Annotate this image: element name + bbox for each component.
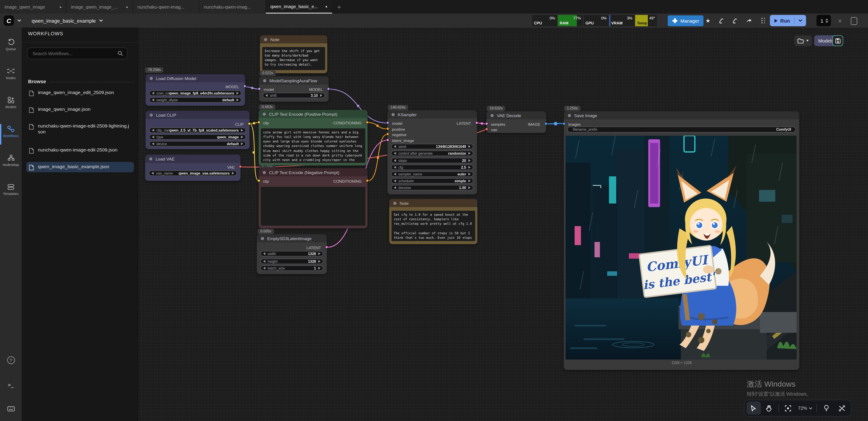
new-tab-button[interactable]: + xyxy=(332,0,346,13)
search-input[interactable] xyxy=(32,51,118,56)
widget-scheduler[interactable]: scheduler simple xyxy=(391,178,473,184)
widget-sampler-name[interactable]: sampler_name euler xyxy=(391,171,473,177)
input-pin-images[interactable] xyxy=(562,122,565,125)
search-workflows-box[interactable] xyxy=(27,48,127,59)
interrupt-button[interactable]: × xyxy=(834,16,846,26)
collapse-dot-icon[interactable] xyxy=(568,114,571,117)
output-pin-vae[interactable] xyxy=(239,165,242,168)
node-model-sampling-auraflow[interactable]: ModelSamplingAuraFlow model MODEL shift … xyxy=(259,77,329,102)
toggle-theme-button[interactable] xyxy=(819,401,834,415)
node-clip-text-encode-negative[interactable]: CLIP Text Encode (Negative Prompt) clip … xyxy=(258,168,368,228)
node-save-image[interactable]: Save Image images filename_prefix ComfyU… xyxy=(564,111,799,370)
widget-type[interactable]: type qwen_image xyxy=(149,134,246,140)
widget-denoise[interactable]: denoise 1.00 xyxy=(391,185,473,190)
output-pin-model[interactable] xyxy=(327,87,330,90)
manager-button[interactable]: Manager xyxy=(668,16,704,26)
collapse-dot-icon[interactable] xyxy=(392,113,395,116)
node-header[interactable]: Note xyxy=(260,35,327,43)
collapse-dot-icon[interactable] xyxy=(150,77,153,80)
tab-image-qwen-image-edit[interactable]: image_qwen_image_... ● xyxy=(66,0,133,13)
workflow-file-item[interactable]: image_qwen_image_edit_2509.json xyxy=(26,88,134,98)
sidebar-item-queue[interactable]: Queue xyxy=(0,38,22,51)
drag-handle-icon[interactable] xyxy=(761,18,765,23)
node-vae-decode[interactable]: VAE Decode samples vae IMAGE xyxy=(487,111,546,133)
node-header[interactable]: Load CLIP xyxy=(146,111,250,119)
input-pin-samples[interactable] xyxy=(485,122,488,125)
node-note-cfg[interactable]: Note Set cfg to 1.0 for a speed boost at… xyxy=(389,199,477,244)
toggle-links-button[interactable] xyxy=(835,401,849,415)
node-header[interactable]: KSampler xyxy=(388,110,477,118)
node-header[interactable]: ModelSamplingAuraFlow xyxy=(259,77,329,85)
sidebar-item-nodes[interactable]: Nodes xyxy=(0,67,22,80)
share-button[interactable] xyxy=(743,16,754,26)
collapse-dot-icon[interactable] xyxy=(263,171,266,174)
node-load-clip[interactable]: Load CLIP CLIP clip_name qwen_2.5_vl_7b_… xyxy=(146,111,250,149)
collapse-dot-icon[interactable] xyxy=(491,114,494,117)
output-pin-clip[interactable] xyxy=(248,122,251,125)
widget-device[interactable]: device default xyxy=(149,141,246,147)
input-pin-positive[interactable] xyxy=(386,127,389,130)
widget-seed[interactable]: seed 134461283061049 xyxy=(391,144,473,149)
tab-nunchaku-lightning[interactable]: nunchaku-qwen-imag... xyxy=(133,0,199,13)
save-workflow-button[interactable] xyxy=(832,35,843,46)
tab-image-qwen-image[interactable]: image_qwen_image ● xyxy=(0,0,66,13)
input-pin-model[interactable] xyxy=(386,121,389,124)
output-pin-image[interactable] xyxy=(544,122,548,125)
node-header[interactable]: Note xyxy=(389,199,477,207)
node-header[interactable]: Save Image xyxy=(564,111,799,119)
node-header[interactable]: Load Diffusion Model xyxy=(146,74,245,82)
collapse-dot-icon[interactable] xyxy=(264,38,267,41)
collapse-dot-icon[interactable] xyxy=(149,157,152,160)
node-clip-text-encode-positive[interactable]: CLIP Text Encode (Positive Prompt) clip … xyxy=(258,110,368,166)
tab-nunchaku[interactable]: nunchaku-qwen-imag... xyxy=(199,0,266,13)
output-pin-conditioning[interactable] xyxy=(366,179,369,182)
comfyui-logo[interactable]: C xyxy=(4,16,14,26)
input-pin-model[interactable] xyxy=(258,87,261,90)
collapse-dot-icon[interactable] xyxy=(150,113,153,116)
favorites-star-button[interactable]: ★ xyxy=(702,16,714,26)
workflow-file-item[interactable]: nunchaku-qwen-image-edit-2509-lightning.… xyxy=(26,121,134,137)
output-pin-conditioning[interactable] xyxy=(366,121,369,124)
workflow-file-item-selected[interactable]: qwen_image_basic_example.json xyxy=(26,162,134,172)
widget-control-after-generate[interactable]: control after generate randomize xyxy=(391,151,473,156)
node-header[interactable]: VAE Decode xyxy=(487,111,546,119)
node-note-shift[interactable]: Note Increase the shift if you get too m… xyxy=(260,35,327,73)
note-text[interactable]: Increase the shift if you get too many b… xyxy=(262,47,325,70)
node-ksampler[interactable]: KSampler model positive negative latent_… xyxy=(388,110,477,194)
collapse-dot-icon[interactable] xyxy=(263,112,266,116)
collapse-dot-icon[interactable] xyxy=(261,237,264,240)
zoom-level-dropdown[interactable]: 72% xyxy=(796,405,814,411)
node-header[interactable]: EmptySD3LatentImage xyxy=(257,234,327,242)
stepper-arrows[interactable] xyxy=(826,18,828,23)
batch-count-stepper[interactable]: 1 xyxy=(816,15,831,26)
run-options-button[interactable] xyxy=(795,15,806,26)
workflow-file-item[interactable]: nunchaku-qwen-image-edit-2509.json xyxy=(26,145,134,155)
output-pin-latent[interactable] xyxy=(325,245,328,249)
node-load-diffusion-model[interactable]: Load Diffusion Model MODEL unet_na... qw… xyxy=(146,74,245,106)
negative-prompt-textarea[interactable] xyxy=(261,187,365,225)
generated-image-preview[interactable]: ComfyUI is the best' xyxy=(565,136,797,360)
main-menu-chevron-icon[interactable] xyxy=(17,19,21,22)
workflow-folder-button[interactable] xyxy=(794,35,812,46)
widget-filename-prefix[interactable]: filename_prefix ComfyUI xyxy=(567,127,796,132)
browse-section-label[interactable]: Browse xyxy=(28,79,46,84)
run-button[interactable]: Run xyxy=(770,15,806,26)
widget-batch-size[interactable]: batch_size 1 xyxy=(260,266,323,271)
workflow-file-item[interactable]: image_qwen_image.json xyxy=(26,104,134,115)
fit-view-button[interactable] xyxy=(781,401,796,415)
widget-width[interactable]: width 1328 xyxy=(260,251,323,257)
help-button[interactable]: ? xyxy=(0,356,22,364)
sidebar-item-templates[interactable]: Templates xyxy=(0,183,22,196)
widget-cfg[interactable]: cfg 2.5 xyxy=(391,164,473,170)
clean-cache-button[interactable] xyxy=(729,16,741,26)
node-load-vae[interactable]: Load VAE VAE vae_name qwen_image_vae.saf… xyxy=(145,155,241,181)
output-pin-latent[interactable] xyxy=(475,121,478,124)
widget-clip-name[interactable]: clip_name qwen_2.5_vl_7b_fp8_scaled.safe… xyxy=(149,127,246,133)
input-pin-clip[interactable] xyxy=(257,179,260,182)
widget-shift[interactable]: shift 3.10 xyxy=(263,93,325,98)
output-pin-model[interactable] xyxy=(243,85,246,88)
terminal-button[interactable]: >_ xyxy=(0,381,22,389)
input-pin-vae[interactable] xyxy=(485,127,488,131)
note-text[interactable]: Set cfg to 1.0 for a speed boost at the … xyxy=(392,211,475,241)
node-header[interactable]: CLIP Text Encode (Negative Prompt) xyxy=(258,168,368,176)
